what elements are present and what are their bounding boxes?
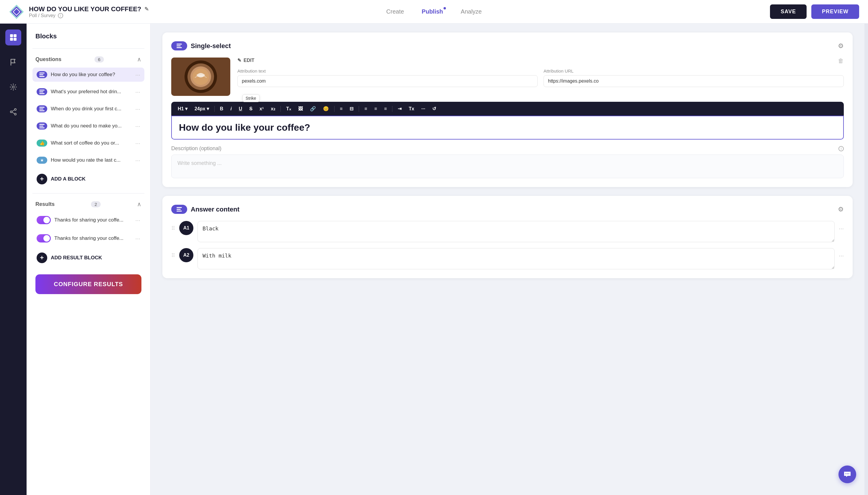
toolbar-link[interactable]: 🔗 (307, 104, 319, 113)
toolbar-subscript[interactable]: x₂ (268, 104, 278, 113)
questions-section-header: Questions 6 ∧ (32, 54, 144, 65)
toolbar-more[interactable]: ··· (419, 104, 428, 113)
toolbar-underline[interactable]: U (236, 104, 245, 113)
question-text-1: What's your preferred hot drin... (51, 89, 132, 95)
answer-input-1[interactable]: With milk (197, 248, 835, 269)
question-item-4[interactable]: 👍 What sort of coffee do you or... ··· (32, 136, 144, 150)
add-result-block-button[interactable]: + ADD RESULT BLOCK (32, 249, 144, 267)
publish-dot (444, 7, 446, 10)
results-section-header: Results 2 ∧ (32, 199, 144, 209)
answer-more-1[interactable]: ··· (839, 248, 844, 259)
formatting-toolbar: H1 ▾ 24px ▾ B i U Strike S x¹ x₂ Tₓ 🖼 🔗 … (171, 102, 844, 116)
answer-settings-icon[interactable]: ⚙ (838, 206, 844, 213)
save-button[interactable]: SAVE (770, 4, 807, 19)
result-badge-0 (37, 216, 51, 224)
question-more-5[interactable]: ··· (135, 157, 140, 164)
logo-area: HOW DO YOU LIKE YOUR COFFEE? ✎ Poll / Su… (9, 4, 149, 19)
toolbar-undo[interactable]: ↺ (429, 104, 439, 113)
question-item-1[interactable]: What's your preferred hot drin... ··· (32, 85, 144, 99)
toolbar-align-right[interactable]: ≡ (381, 104, 390, 113)
attribution-area: ✎ EDIT 🗑 Attribution text Attribution UR… (238, 57, 844, 87)
card-type-badge: Single-select (171, 41, 231, 50)
question-item-5[interactable]: ★ How would you rate the last c... ··· (32, 153, 144, 167)
toolbar-tx[interactable]: Tx (406, 104, 417, 113)
question-badge-0 (37, 71, 47, 78)
edit-image-button[interactable]: ✎ EDIT (238, 57, 254, 63)
toolbar-bold[interactable]: B (217, 104, 227, 113)
answer-input-0[interactable]: Black (197, 221, 835, 242)
nav-analyze[interactable]: Analyze (461, 8, 482, 15)
question-text-3: What do you need to make yo... (51, 123, 132, 129)
result-more-0[interactable]: ··· (135, 217, 140, 224)
question-item-3[interactable]: What do you need to make yo... ··· (32, 119, 144, 133)
info-icon[interactable]: i (58, 13, 63, 18)
chat-bubble[interactable] (838, 465, 856, 483)
nav-publish[interactable]: Publish (422, 8, 443, 15)
question-more-2[interactable]: ··· (135, 106, 140, 113)
questions-label: Questions (35, 56, 61, 63)
edit-title-icon[interactable]: ✎ (144, 6, 149, 12)
question-more-3[interactable]: ··· (135, 123, 140, 130)
svg-line-11 (12, 110, 15, 112)
svg-point-10 (15, 113, 16, 115)
toolbar-remove-format[interactable]: Tₓ (283, 104, 294, 113)
survey-subtitle: Poll / Survey i (29, 13, 149, 18)
question-more-4[interactable]: ··· (135, 140, 140, 147)
question-input[interactable]: How do you like your coffee? (171, 116, 844, 139)
delete-image-button[interactable]: 🗑 (838, 57, 844, 64)
question-more-0[interactable]: ··· (135, 71, 140, 78)
configure-results-button[interactable]: CONFIGURE RESULTS (35, 274, 142, 294)
question-text-0: How do you like your coffee? (51, 72, 132, 78)
results-toggle[interactable]: ∧ (137, 201, 142, 208)
toolbar-ordered-list[interactable]: ⊟ (347, 104, 356, 113)
add-block-icon: + (37, 174, 47, 184)
result-item-0[interactable]: Thanks for sharing your coffe... ··· (32, 212, 144, 228)
answer-content-area: ⠿ A1 Black ··· ⠿ A2 With milk ··· (171, 221, 844, 269)
drag-handle-1[interactable]: ⠿ (171, 248, 175, 259)
sidebar-settings-icon[interactable] (5, 79, 21, 95)
toolbar-strike[interactable]: S (246, 104, 256, 113)
toolbar-indent[interactable]: ⇥ (395, 104, 405, 113)
nav-create[interactable]: Create (386, 8, 404, 15)
toolbar-divider-5 (392, 106, 392, 112)
questions-count: 6 (95, 56, 104, 63)
toolbar-bullet-list[interactable]: ≡ (337, 104, 345, 113)
sidebar-blocks-icon[interactable] (5, 30, 21, 46)
right-scrollbar[interactable] (865, 23, 868, 495)
nav-actions: SAVE PREVIEW (770, 4, 859, 19)
question-more-1[interactable]: ··· (135, 88, 140, 95)
question-item-2[interactable]: When do you drink your first c... ··· (32, 102, 144, 116)
result-item-1[interactable]: Thanks for sharing your coffe... ··· (32, 231, 144, 246)
toolbar-align-left[interactable]: ≡ (361, 104, 370, 113)
description-info-icon[interactable]: i (838, 146, 844, 151)
add-block-button[interactable]: + ADD A BLOCK (32, 170, 144, 188)
toolbar-align-center[interactable]: ≡ (372, 104, 380, 113)
add-result-icon: + (37, 253, 47, 263)
description-input[interactable]: Write something ... (171, 155, 844, 178)
svg-rect-6 (14, 38, 17, 41)
toolbar-superscript[interactable]: x¹ (257, 104, 267, 113)
preview-button[interactable]: PREVIEW (811, 4, 859, 19)
toolbar-fontsize[interactable]: 24px ▾ (192, 104, 212, 113)
question-settings-icon[interactable]: ⚙ (838, 42, 844, 50)
toolbar-strike-container: Strike S (246, 104, 256, 113)
questions-toggle[interactable]: ∧ (137, 56, 142, 63)
result-text-0: Thanks for sharing your coffe... (54, 217, 132, 223)
drag-handle-0[interactable]: ⠿ (171, 221, 175, 232)
toolbar-image[interactable]: 🖼 (295, 104, 306, 113)
question-item-0[interactable]: How do you like your coffee? ··· (32, 68, 144, 82)
toolbar-h1[interactable]: H1 ▾ (175, 104, 191, 113)
toolbar-emoji[interactable]: 😊 (320, 104, 332, 113)
svg-point-7 (12, 86, 15, 88)
attribution-text-input[interactable] (238, 75, 538, 87)
attribution-url-input[interactable] (543, 75, 844, 87)
question-badge-1 (37, 88, 47, 95)
sidebar-flag-icon[interactable] (5, 54, 21, 70)
answer-pill (171, 205, 187, 214)
question-text-5: How would you rate the last c... (51, 157, 132, 163)
result-more-1[interactable]: ··· (135, 235, 140, 242)
answer-more-0[interactable]: ··· (839, 221, 844, 232)
toolbar-italic[interactable]: i (227, 104, 234, 113)
sidebar-share-icon[interactable] (5, 104, 21, 120)
toolbar-divider-1 (214, 106, 215, 112)
